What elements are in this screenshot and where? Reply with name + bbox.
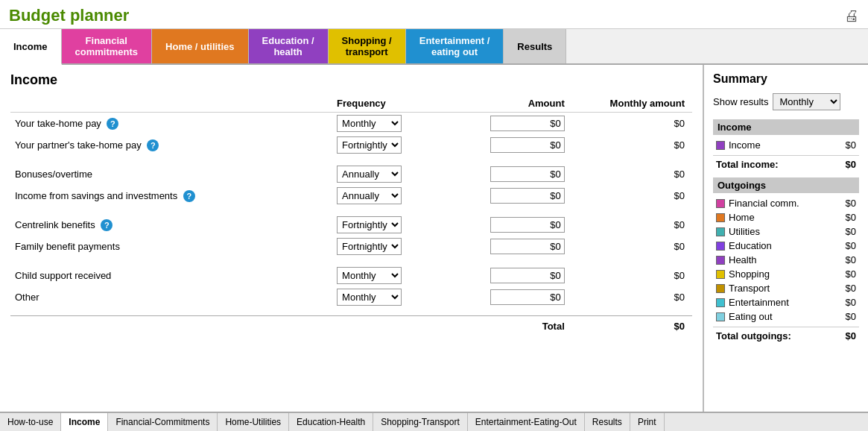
- tab-shopping[interactable]: Shopping /transport: [329, 29, 406, 63]
- outgoing-item-value: $0: [846, 268, 856, 280]
- income-row: Family benefit paymentsWeeklyFortnightly…: [10, 236, 692, 257]
- outgoing-item-value: $0: [846, 283, 856, 294]
- bottom-tab-entertainment-eating-out[interactable]: Entertainment-Eating-Out: [468, 413, 585, 431]
- summary-outgoing-item: Entertainment $0: [713, 295, 859, 309]
- col-header-monthly: Monthly amount: [569, 95, 692, 113]
- outgoing-item-value: $0: [846, 254, 856, 265]
- bottom-tab-financial-commitments[interactable]: Financial-Commitments: [108, 413, 218, 431]
- income-swatch: [716, 141, 725, 150]
- amount-cell: [455, 265, 569, 286]
- outgoing-item-value: $0: [846, 297, 856, 308]
- summary-income-item: Income $0: [713, 138, 859, 152]
- income-row: Income from savings and investments ?Wee…: [10, 185, 692, 207]
- tab-home[interactable]: Home / utilities: [152, 29, 248, 63]
- outgoing-item-value: $0: [846, 226, 856, 237]
- help-icon[interactable]: ?: [183, 190, 195, 202]
- bottom-tab-income[interactable]: Income: [61, 413, 108, 431]
- show-results-select[interactable]: Monthly Weekly Fortnightly Annually: [773, 93, 840, 110]
- outgoing-item-value: $0: [846, 198, 856, 209]
- outgoing-swatch: [716, 256, 725, 265]
- amount-input[interactable]: [490, 137, 565, 153]
- total-label: Total: [455, 315, 569, 334]
- tab-financial[interactable]: Financialcommitments: [62, 29, 153, 63]
- income-row: Centrelink benefits ?WeeklyFortnightlyMo…: [10, 214, 692, 236]
- col-header-frequency: Frequency: [332, 95, 455, 113]
- frequency-select[interactable]: WeeklyFortnightlyMonthlyAnnually: [337, 136, 402, 154]
- total-spacer2: [332, 315, 455, 334]
- section-title: Income: [10, 72, 692, 88]
- total-outgoings-label: Total outgoings:: [716, 330, 791, 342]
- frequency-select[interactable]: WeeklyFortnightlyMonthlyAnnually: [337, 216, 402, 233]
- outgoing-item-value: $0: [846, 240, 856, 251]
- frequency-select[interactable]: WeeklyFortnightlyMonthlyAnnually: [337, 187, 402, 204]
- show-results-label: Show results: [713, 96, 768, 107]
- help-icon[interactable]: ?: [101, 219, 113, 231]
- summary-outgoing-item: Health $0: [713, 253, 859, 267]
- row-label: Family benefit payments: [10, 236, 332, 257]
- summary-outgoing-item: Eating out $0: [713, 309, 859, 324]
- amount-cell: [455, 163, 569, 185]
- bottom-tab-how-to-use[interactable]: How-to-use: [0, 413, 61, 431]
- outgoing-swatch: [716, 199, 725, 208]
- app-title: Budget planner: [9, 6, 129, 25]
- outgoing-swatch: [716, 242, 725, 251]
- row-label: Bonuses/overtime: [10, 163, 332, 185]
- amount-input[interactable]: [490, 166, 565, 182]
- monthly-amount-cell: $0: [569, 286, 692, 308]
- outgoing-item-label: Home: [729, 212, 755, 223]
- app-header: Budget planner 🖨: [0, 0, 868, 29]
- summary-outgoings-title: Outgoings: [713, 177, 859, 193]
- bottom-tab-shopping-transport[interactable]: Shopping-Transport: [373, 413, 468, 431]
- total-income-value: $0: [846, 159, 856, 170]
- summary-income-title: Income: [713, 119, 859, 135]
- bottom-tab-home-utilities[interactable]: Home-Utilities: [218, 413, 289, 431]
- outgoing-swatch: [716, 270, 725, 279]
- help-icon[interactable]: ?: [107, 118, 118, 130]
- tab-income[interactable]: Income: [0, 29, 62, 65]
- frequency-select[interactable]: WeeklyFortnightlyMonthlyAnnually: [337, 166, 402, 183]
- amount-cell: [455, 236, 569, 257]
- amount-input[interactable]: [490, 239, 565, 254]
- monthly-amount-cell: $0: [569, 265, 692, 286]
- amount-input[interactable]: [490, 268, 565, 283]
- total-outgoings-row: Total outgoings: $0: [713, 327, 859, 345]
- tab-entertainment[interactable]: Entertainment /eating out: [406, 29, 504, 63]
- amount-cell: [455, 134, 569, 156]
- frequency-cell: WeeklyFortnightlyMonthlyAnnually: [332, 134, 455, 156]
- bottom-tab-results[interactable]: Results: [585, 413, 630, 431]
- frequency-select[interactable]: WeeklyFortnightlyMonthlyAnnually: [337, 115, 402, 132]
- print-icon[interactable]: 🖨: [844, 7, 859, 25]
- outgoing-item-value: $0: [846, 311, 856, 322]
- tab-results[interactable]: Results: [504, 29, 566, 63]
- frequency-select[interactable]: WeeklyFortnightlyMonthlyAnnually: [337, 289, 402, 306]
- bottom-tab-education-health[interactable]: Education-Health: [289, 413, 373, 431]
- outgoing-swatch: [716, 213, 725, 222]
- amount-input[interactable]: [490, 116, 565, 131]
- frequency-cell: WeeklyFortnightlyMonthlyAnnually: [332, 185, 455, 207]
- amount-cell: [455, 185, 569, 207]
- monthly-amount-cell: $0: [569, 185, 692, 207]
- outgoing-item-label: Health: [729, 254, 757, 265]
- tab-education[interactable]: Education /health: [249, 29, 329, 63]
- amount-input[interactable]: [490, 188, 565, 204]
- summary-outgoing-item: Shopping $0: [713, 267, 859, 281]
- amount-input[interactable]: [490, 289, 565, 305]
- frequency-select[interactable]: WeeklyFortnightlyMonthlyAnnually: [337, 267, 402, 284]
- frequency-cell: WeeklyFortnightlyMonthlyAnnually: [332, 286, 455, 308]
- income-item-value: $0: [846, 139, 856, 151]
- frequency-cell: WeeklyFortnightlyMonthlyAnnually: [332, 236, 455, 257]
- show-results-row: Show results Monthly Weekly Fortnightly …: [713, 93, 859, 110]
- outgoing-item-label: Financial comm.: [729, 198, 799, 209]
- row-label: Your partner's take-home pay ?: [10, 134, 332, 156]
- amount-input[interactable]: [490, 217, 565, 233]
- bottom-tab-print[interactable]: Print: [630, 413, 665, 431]
- income-row: Your take-home pay ?WeeklyFortnightlyMon…: [10, 113, 692, 135]
- outgoing-item-label: Utilities: [729, 226, 760, 237]
- monthly-amount-cell: $0: [569, 113, 692, 135]
- frequency-cell: WeeklyFortnightlyMonthlyAnnually: [332, 163, 455, 185]
- help-icon[interactable]: ?: [147, 139, 159, 151]
- income-item-label: Income: [729, 139, 761, 151]
- row-label: Centrelink benefits ?: [10, 214, 332, 236]
- row-label: Your take-home pay ?: [10, 113, 332, 135]
- frequency-select[interactable]: WeeklyFortnightlyMonthlyAnnually: [337, 238, 402, 255]
